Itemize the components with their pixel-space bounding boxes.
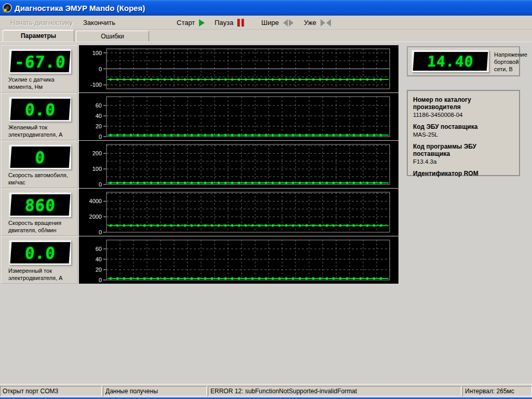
chart-strip: 2001000 (79, 141, 398, 188)
svg-text:0: 0 (99, 66, 102, 72)
parameter-row: 860Скорость вращения двигателя, об/мин40… (1, 189, 398, 236)
tab-errors-label: Ошибки (101, 33, 124, 40)
svg-text:0: 0 (99, 229, 102, 235)
start-diagnostics-label: Начать диагностику (10, 19, 73, 26)
status-cell: Открыт порт COM3 (0, 386, 102, 396)
parameter-row: 0Скорость автомобиля, км/час2001000 (1, 141, 398, 188)
voltage-lcd-bezel: 14.40 (412, 50, 489, 72)
lcd-bezel: 860 (9, 193, 71, 217)
strip-chart: 400020000 (79, 189, 398, 236)
finish-button[interactable]: Закончить (83, 17, 115, 28)
voltage-label: Напряжение бортовой сети, В (494, 51, 520, 73)
svg-text:0: 0 (99, 277, 102, 283)
parameter-row: 0.0Измеренный ток электродвигателя, А604… (1, 236, 398, 284)
wider-button[interactable]: Шире (261, 17, 294, 28)
svg-text:60: 60 (96, 246, 102, 252)
ecu-info-item: Идентификатор ROM (413, 170, 514, 177)
svg-text:40: 40 (96, 256, 102, 262)
tab-parameters-label: Параметры (21, 32, 56, 39)
voltage-lcd-display: 14.40 (413, 52, 488, 71)
parameter-rows: -67.0Усилие с датчика момента, Нм1000-10… (1, 45, 398, 284)
svg-text:20: 20 (96, 123, 102, 129)
wider-label: Шире (261, 19, 279, 26)
strip-chart: 1000-100 (79, 45, 398, 92)
parameter-row: 0.0Желаемый ток электродвигателя, А60402… (1, 93, 398, 140)
tab-bar: Параметры Ошибки (0, 30, 532, 42)
ecu-info-title: Код ЭБУ поставщика (413, 123, 514, 130)
start-button[interactable]: Старт (177, 17, 205, 28)
chart-strip: 6040200 (79, 236, 398, 284)
parameter-label: Скорость вращения двигателя, об/мин (8, 219, 76, 234)
ecu-info-value: MAS-25L (413, 131, 514, 138)
parameter-label: Желаемый ток электродвигателя, А (8, 124, 76, 138)
ecu-info-value: 11186-3450008-04 (413, 111, 514, 118)
expand-arrows-icon (283, 19, 294, 26)
status-cell: Данные получены (103, 386, 207, 396)
ecu-info-item: Номер по каталогу производителя11186-345… (413, 96, 514, 118)
svg-text:20: 20 (96, 267, 102, 273)
svg-text:40: 40 (96, 113, 102, 119)
tab-parameters[interactable]: Параметры (3, 30, 74, 42)
lcd-display: 860 (10, 194, 71, 216)
lcd-display: 0.0 (10, 242, 71, 263)
narrower-label: Уже (304, 19, 316, 26)
svg-text:2000: 2000 (89, 214, 102, 220)
parameter-panel: -67.0Усилие с датчика момента, Нм (1, 45, 78, 92)
strip-chart: 6040200 (79, 236, 398, 284)
svg-text:60: 60 (96, 102, 102, 109)
tab-errors[interactable]: Ошибки (76, 31, 149, 42)
parameter-panel: 0.0Желаемый ток электродвигателя, А (1, 93, 78, 140)
parameter-row: -67.0Усилие с датчика момента, Нм1000-10… (1, 45, 398, 92)
lcd-bezel: 0.0 (9, 241, 71, 265)
svg-text:0: 0 (99, 181, 102, 188)
parameter-label: Усилие с датчика момента, Нм (8, 76, 76, 90)
lcd-bezel: 0 (9, 145, 71, 169)
status-cell: ERROR 12: subFunctionNotSupported-invali… (208, 386, 461, 396)
strip-chart: 2001000 (79, 141, 398, 188)
chart-strip: 6040200 (79, 93, 398, 140)
parameter-label: Измеренный ток электродвигателя, А (8, 267, 76, 282)
ecu-info-title: Код программы ЭБУ поставщика (413, 143, 514, 157)
pause-icon (237, 19, 244, 26)
lcd-display: -67.0 (10, 51, 71, 72)
play-icon (199, 19, 205, 26)
lcd-bezel: -67.0 (9, 49, 71, 74)
parameter-panel: 860Скорость вращения двигателя, об/мин (1, 189, 78, 236)
narrower-button[interactable]: Уже (304, 17, 331, 28)
toolbar: Начать диагностику Закончить Старт Пауза… (0, 16, 532, 30)
status-bar: Открыт порт COM3Данные полученыERROR 12:… (0, 384, 532, 397)
ecu-info-value: F13.4.3a (413, 158, 514, 165)
chart-strip: 1000-100 (79, 45, 398, 92)
svg-text:100: 100 (92, 50, 102, 56)
svg-text:200: 200 (92, 150, 102, 156)
title-bar: Диагностика ЭМУР Mando (Корея) (0, 0, 532, 16)
voltage-panel: 14.40 Напряжение бортовой сети, В (407, 46, 520, 76)
svg-text:0: 0 (99, 134, 102, 140)
window-title: Диагностика ЭМУР Mando (Корея) (15, 4, 145, 12)
app-icon (3, 3, 12, 12)
svg-text:100: 100 (92, 166, 102, 172)
svg-text:-100: -100 (90, 82, 102, 88)
parameter-label: Скорость автомобиля, км/час (8, 171, 76, 186)
start-diagnostics-button[interactable]: Начать диагностику (10, 17, 73, 28)
ecu-info-title: Номер по каталогу производителя (413, 96, 514, 111)
ecu-info-item: Код программы ЭБУ поставщикаF13.4.3a (413, 143, 514, 165)
lcd-bezel: 0.0 (9, 97, 71, 122)
chart-strip: 400020000 (79, 189, 398, 236)
svg-text:4000: 4000 (89, 198, 102, 204)
status-cell: Интервал: 265мс (462, 386, 532, 396)
finish-label: Закончить (83, 19, 115, 26)
lcd-display: 0.0 (10, 99, 71, 120)
pause-label: Пауза (215, 19, 233, 26)
ecu-info-box: Номер по каталогу производителя11186-345… (407, 90, 520, 176)
ecu-info-title: Идентификатор ROM (413, 170, 514, 177)
parameter-panel: 0.0Измеренный ток электродвигателя, А (1, 236, 78, 284)
strip-chart: 6040200 (79, 93, 398, 140)
content-area: -67.0Усилие с датчика момента, Нм1000-10… (0, 42, 532, 384)
pause-button[interactable]: Пауза (215, 17, 244, 28)
collapse-arrows-icon (321, 19, 331, 26)
lcd-display: 0 (10, 147, 71, 168)
parameter-panel: 0Скорость автомобиля, км/час (1, 141, 78, 188)
start-label: Старт (177, 19, 195, 26)
ecu-info-item: Код ЭБУ поставщикаMAS-25L (413, 123, 514, 138)
